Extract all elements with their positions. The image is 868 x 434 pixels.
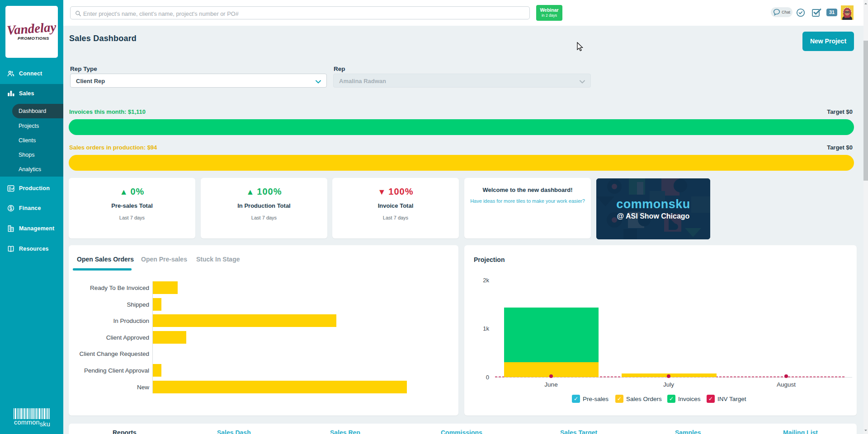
svg-text:Vandelay: Vandelay bbox=[6, 19, 57, 37]
svg-text:commonsku: commonsku bbox=[14, 419, 50, 428]
svg-text:PROMOTIONS: PROMOTIONS bbox=[18, 36, 49, 41]
